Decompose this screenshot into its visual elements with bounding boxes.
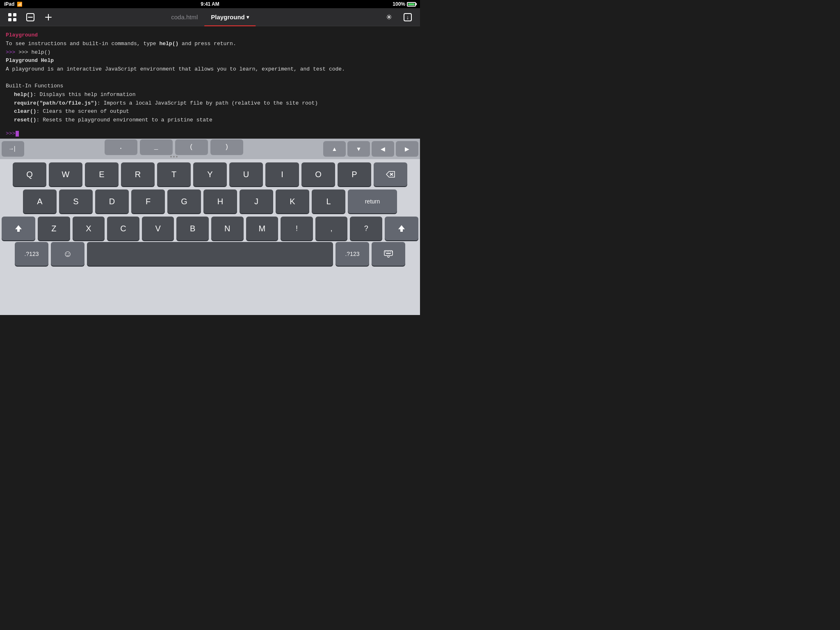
- key-K[interactable]: K: [276, 189, 309, 213]
- fn1-line: help(): Displays this help information: [6, 91, 414, 99]
- key-H[interactable]: H: [203, 189, 237, 213]
- key-B[interactable]: B: [176, 217, 209, 240]
- add-tab-button[interactable]: [41, 10, 56, 25]
- svg-text:✳: ✳: [386, 13, 392, 21]
- svg-rect-18: [392, 251, 393, 252]
- key-I[interactable]: I: [265, 162, 299, 186]
- help-desc: A playground is an interactive JavaScrip…: [6, 65, 414, 74]
- svg-rect-2: [8, 18, 11, 21]
- cursor: [16, 131, 19, 137]
- page-dot-3: [176, 156, 178, 158]
- shift-right-key[interactable]: [385, 217, 418, 240]
- active-prompt-line[interactable]: >>>: [6, 130, 414, 138]
- grid-icon-button[interactable]: [5, 10, 20, 25]
- key-Z[interactable]: Z: [38, 217, 70, 240]
- key-R[interactable]: R: [121, 162, 155, 186]
- key-P[interactable]: P: [338, 162, 371, 186]
- fn3-line: clear(): Clears the screen of output: [6, 107, 414, 116]
- star-icon-button[interactable]: ✳: [381, 10, 396, 25]
- keyboard-rows: Q W E R T Y U I O P A S D F: [0, 159, 420, 242]
- key-N[interactable]: N: [211, 217, 244, 240]
- nav-bar: coda.html Playground ▾ ✳ ↓: [0, 8, 420, 26]
- key-U[interactable]: U: [229, 162, 263, 186]
- key-Y[interactable]: Y: [193, 162, 227, 186]
- return-key[interactable]: return: [348, 189, 397, 213]
- svg-rect-16: [388, 251, 389, 252]
- battery-percent: 100%: [393, 1, 405, 7]
- key-comma[interactable]: ,: [315, 217, 348, 240]
- key-L[interactable]: L: [312, 189, 345, 213]
- dropdown-arrow-icon: ▾: [247, 14, 249, 20]
- spacebar-key[interactable]: [87, 242, 333, 266]
- keyboard-row-1: Q W E R T Y U I O P: [2, 162, 418, 186]
- minus-icon-button[interactable]: [23, 10, 38, 25]
- key-X[interactable]: X: [73, 217, 105, 240]
- keyboard-bottom-row: .?123 ☺ .?123: [0, 242, 420, 269]
- arrow-up-key[interactable]: ▲: [323, 141, 346, 157]
- svg-rect-17: [390, 251, 391, 252]
- emoji-key[interactable]: ☺: [51, 242, 84, 266]
- svg-rect-19: [386, 253, 391, 254]
- fn4-line: reset(): Resets the playground environme…: [6, 116, 414, 125]
- underscore-key[interactable]: _: [140, 139, 173, 155]
- battery-indicator: [407, 2, 416, 7]
- builtin-section-header: Built-In Functions: [6, 82, 414, 91]
- lparen-key[interactable]: (: [175, 139, 208, 155]
- key-J[interactable]: J: [240, 189, 273, 213]
- arrow-right-key[interactable]: ▶: [396, 141, 418, 157]
- svg-rect-5: [28, 17, 33, 18]
- time-display: 9:41 AM: [201, 1, 219, 7]
- arrow-left-key[interactable]: ◀: [372, 141, 394, 157]
- key-G[interactable]: G: [167, 189, 201, 213]
- key-T[interactable]: T: [157, 162, 191, 186]
- svg-rect-3: [13, 18, 16, 21]
- keyboard-row-2: A S D F G H J K L return: [2, 189, 418, 213]
- tab-bar: coda.html Playground ▾: [164, 8, 256, 26]
- numbers-right-key[interactable]: .?123: [336, 242, 369, 266]
- key-F[interactable]: F: [131, 189, 165, 213]
- shift-left-key[interactable]: [2, 217, 35, 240]
- svg-rect-15: [387, 251, 388, 252]
- key-D[interactable]: D: [95, 189, 129, 213]
- arrow-down-key[interactable]: ▼: [347, 141, 370, 157]
- svg-rect-0: [8, 13, 11, 16]
- prompt-1: >>>: [6, 49, 18, 55]
- status-bar: iPad 📶 9:41 AM 100%: [0, 0, 420, 8]
- key-E[interactable]: E: [85, 162, 119, 186]
- download-icon-button[interactable]: ↓: [400, 10, 415, 25]
- playground-title: Playground: [6, 32, 38, 38]
- keyboard-row-3: Z X C V B N M ! , ?: [2, 217, 418, 240]
- terminal-output[interactable]: Playground To see instructions and built…: [0, 26, 420, 139]
- key-C[interactable]: C: [107, 217, 139, 240]
- key-exclaim[interactable]: !: [281, 217, 313, 240]
- device-label: iPad: [4, 1, 14, 7]
- svg-rect-1: [13, 13, 16, 16]
- svg-rect-7: [45, 17, 52, 18]
- rparen-key[interactable]: ): [210, 139, 243, 155]
- svg-text:↓: ↓: [406, 14, 409, 21]
- delete-key[interactable]: [374, 162, 407, 186]
- svg-rect-14: [385, 251, 386, 252]
- keyboard-toolbar: →| . _ ( ): [0, 139, 420, 159]
- key-Q[interactable]: Q: [13, 162, 46, 186]
- arrow-keys: ▲ ▼ ◀ ▶: [323, 141, 418, 157]
- key-M[interactable]: M: [246, 217, 278, 240]
- tab-playground[interactable]: Playground ▾: [204, 8, 256, 26]
- keyboard-hide-key[interactable]: [372, 242, 405, 266]
- fn2-line: require("path/to/file.js"): Imports a lo…: [6, 99, 414, 108]
- key-A[interactable]: A: [23, 189, 57, 213]
- dot-key[interactable]: .: [105, 139, 137, 155]
- tab-coda[interactable]: coda.html: [164, 8, 204, 26]
- key-S[interactable]: S: [59, 189, 93, 213]
- key-O[interactable]: O: [301, 162, 335, 186]
- key-W[interactable]: W: [49, 162, 82, 186]
- key-V[interactable]: V: [142, 217, 174, 240]
- numbers-left-key[interactable]: .?123: [15, 242, 48, 266]
- prompt-2: >>>: [6, 130, 15, 138]
- key-question[interactable]: ?: [350, 217, 382, 240]
- page-dot-1: [170, 156, 172, 158]
- on-screen-keyboard: →| . _ ( ): [0, 139, 420, 315]
- page-dot-2: [173, 156, 175, 158]
- intro-line: To see instructions and built-in command…: [6, 40, 414, 48]
- tab-key[interactable]: →|: [2, 141, 24, 157]
